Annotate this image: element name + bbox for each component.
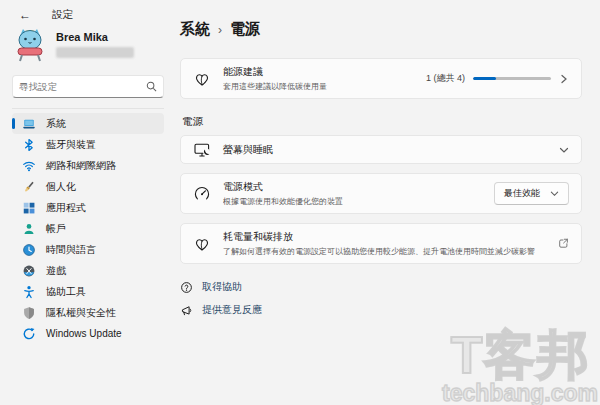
- clock-globe-icon: [22, 243, 36, 257]
- app-title: 設定: [52, 8, 73, 22]
- sidebar-item-label: 隱私權與安全性: [46, 306, 116, 320]
- monitor-moon-icon: [193, 141, 211, 159]
- search-input[interactable]: [19, 81, 146, 92]
- breadcrumb: 系統 › 電源: [180, 20, 582, 39]
- redacted-email: [56, 47, 134, 58]
- energy-recommendations-card[interactable]: 能源建議 套用這些建議以降低碳使用量 1 (總共 4): [180, 58, 582, 99]
- sidebar-item-system[interactable]: 系統: [12, 113, 164, 134]
- sidebar-item-label: 應用程式: [46, 201, 86, 215]
- sidebar-item-network-internet[interactable]: 網路和網際網路: [12, 155, 164, 176]
- sidebar-item-label: 時間與語言: [46, 243, 96, 257]
- progress-fill: [473, 77, 496, 80]
- sidebar-item-label: 帳戶: [46, 222, 66, 236]
- breadcrumb-parent[interactable]: 系統: [180, 20, 210, 39]
- apps-grid-icon: [22, 201, 36, 215]
- watermark-url-text: techbang.com: [442, 382, 598, 405]
- search-box[interactable]: [12, 75, 164, 98]
- user-profile: Brea Mika: [12, 26, 164, 62]
- leaf-heart-icon: [193, 70, 211, 88]
- sidebar-divider: [12, 108, 164, 109]
- accessibility-person-icon: [22, 285, 36, 299]
- help-circle-icon: [180, 281, 193, 294]
- leaf-heart-icon: [193, 235, 211, 253]
- card-subtitle: 根據電源使用和效能優化您的裝置: [223, 196, 482, 207]
- card-subtitle: 了解如何選擇有效的電源設定可以協助您使用較少能源、提升電池使用時間並減少碳影響: [223, 246, 545, 257]
- sidebar-nav: 系統 藍牙與裝置 網路和網際網路 個人化: [12, 113, 164, 344]
- card-title: 電源模式: [223, 180, 482, 194]
- sidebar-item-accounts[interactable]: 帳戶: [12, 218, 164, 239]
- footer-links: 取得協助 提供意見反應: [180, 280, 582, 317]
- shield-icon: [22, 306, 36, 320]
- recommendations-progress-bar: [473, 77, 551, 80]
- give-feedback-link[interactable]: 提供意見反應: [180, 303, 262, 317]
- user-info: Brea Mika: [56, 31, 134, 58]
- chevron-right-icon: [559, 70, 569, 88]
- card-title: 能源建議: [223, 65, 414, 79]
- power-section-label: 電源: [182, 115, 582, 129]
- sidebar-item-accessibility[interactable]: 協助工具: [12, 281, 164, 302]
- sidebar-item-label: 系統: [46, 117, 66, 131]
- xbox-icon: [22, 264, 36, 278]
- wifi-icon: [22, 159, 36, 173]
- bluetooth-icon: [22, 138, 36, 152]
- sidebar-item-apps[interactable]: 應用程式: [12, 197, 164, 218]
- sidebar-item-label: 藍牙與裝置: [46, 138, 96, 152]
- main-content: 系統 › 電源 能源建議 套用這些建議以降低碳使用量 1 (總共 4) 電源 螢…: [180, 20, 582, 317]
- sidebar-item-windows-update[interactable]: Windows Update: [12, 323, 164, 344]
- external-link-icon: [557, 235, 569, 253]
- paintbrush-icon: [22, 180, 36, 194]
- page-title: 電源: [230, 20, 260, 39]
- sidebar-item-privacy-security[interactable]: 隱私權與安全性: [12, 302, 164, 323]
- selected-indicator: [12, 118, 15, 129]
- energy-carbon-card[interactable]: 耗電量和碳排放 了解如何選擇有效的電源設定可以協助您使用較少能源、提升電池使用時…: [180, 223, 582, 264]
- back-button[interactable]: ←: [14, 6, 36, 24]
- back-icon: ←: [19, 8, 31, 22]
- sidebar: Brea Mika 系統 藍牙與裝置 網路和網際: [12, 26, 164, 344]
- update-arrows-icon: [22, 327, 36, 341]
- screen-sleep-card[interactable]: 螢幕與睡眠: [180, 135, 582, 164]
- gauge-icon: [193, 185, 211, 203]
- card-title: 螢幕與睡眠: [223, 143, 547, 157]
- sidebar-item-bluetooth-devices[interactable]: 藍牙與裝置: [12, 134, 164, 155]
- link-label: 取得協助: [202, 280, 242, 294]
- sidebar-item-label: 個人化: [46, 180, 76, 194]
- power-mode-dropdown[interactable]: 最佳效能: [494, 182, 569, 205]
- power-mode-card: 電源模式 根據電源使用和效能優化您的裝置 最佳效能: [180, 173, 582, 214]
- user-name: Brea Mika: [56, 31, 134, 43]
- sidebar-item-label: Windows Update: [46, 328, 122, 339]
- card-title: 耗電量和碳排放: [223, 230, 545, 244]
- feedback-megaphone-icon: [180, 304, 193, 317]
- avatar: [12, 26, 48, 62]
- techbang-watermark: T客邦 techbang.com: [442, 329, 598, 405]
- sidebar-item-time-language[interactable]: 時間與語言: [12, 239, 164, 260]
- get-help-link[interactable]: 取得協助: [180, 280, 242, 294]
- system-icon: [22, 117, 36, 131]
- sidebar-item-gaming[interactable]: 遊戲: [12, 260, 164, 281]
- person-icon: [22, 222, 36, 236]
- watermark-logo-text: T客邦: [442, 329, 598, 381]
- dropdown-value: 最佳效能: [504, 187, 540, 200]
- search-icon: [146, 81, 157, 92]
- chevron-down-icon: [559, 141, 569, 159]
- breadcrumb-separator-icon: ›: [218, 23, 222, 37]
- titlebar: ← 設定: [14, 6, 73, 24]
- card-subtitle: 套用這些建議以降低碳使用量: [223, 81, 414, 92]
- link-label: 提供意見反應: [202, 303, 262, 317]
- recommendations-count: 1 (總共 4): [426, 72, 465, 85]
- sidebar-item-personalization[interactable]: 個人化: [12, 176, 164, 197]
- sidebar-item-label: 遊戲: [46, 264, 66, 278]
- sidebar-item-label: 協助工具: [46, 285, 86, 299]
- sidebar-item-label: 網路和網際網路: [46, 159, 116, 173]
- chevron-down-icon: [550, 189, 559, 198]
